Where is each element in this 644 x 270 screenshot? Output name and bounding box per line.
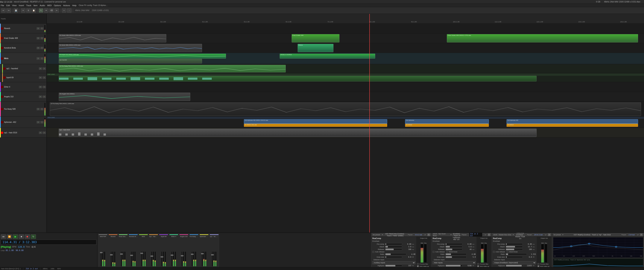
track-mute-kendrok[interactable]: M [37, 47, 40, 49]
goto-start-button[interactable]: ⏮ [1, 234, 6, 239]
menu-edit[interactable]: Edit [6, 4, 10, 7]
vst-param-btn-melo[interactable]: Param [407, 233, 414, 236]
clip-faraway-1[interactable]: 10 Far Away 508-240311-1094.wav [50, 102, 641, 116]
precomp3-slider[interactable] [506, 243, 523, 245]
attack-slider[interactable] [385, 246, 402, 248]
clip-angels-1[interactable]: 09-Angels 510-240311 [59, 93, 190, 101]
menu-item[interactable]: Item [34, 4, 38, 7]
track-rec-hats[interactable] [1, 131, 3, 134]
track-solo-hats[interactable]: S [43, 132, 46, 134]
zoom-in[interactable]: + [62, 9, 66, 13]
clip-op1h-2[interactable]: 10 Far Away 508-240311-1094.wav [59, 65, 286, 72]
track-mute-hats[interactable]: M [39, 132, 42, 134]
clip-aphexian-3[interactable]: Cp2-Aphexian [405, 119, 489, 124]
highpass-slider[interactable] [385, 265, 402, 267]
precomp-slider[interactable] [385, 243, 402, 245]
track-solo-ether[interactable]: S [43, 86, 46, 88]
ratio-slider[interactable] [385, 253, 406, 255]
vst-ui-btn-aphexian[interactable]: UI [484, 233, 487, 236]
weird-knee-check[interactable] [446, 251, 448, 253]
track-mute-angels[interactable]: M [39, 96, 42, 98]
highpass3-slider[interactable] [506, 265, 523, 267]
track-solo-lopeit[interactable]: S [43, 76, 46, 79]
clip-krazi-1[interactable]: 02-Snare 408-240311-2254.wav [59, 34, 166, 42]
weird-knee3-check[interactable] [506, 251, 508, 253]
track-mute-op1h[interactable]: M [39, 68, 42, 70]
preview-filter2-check[interactable] [477, 263, 479, 265]
precomp2-slider[interactable] [446, 243, 462, 245]
ratio2-slider[interactable] [446, 253, 466, 255]
highpass2-slider[interactable] [446, 265, 462, 267]
knee2-slider[interactable] [446, 256, 466, 258]
track-rec-faraway[interactable] [1, 108, 3, 110]
fader-5[interactable] [151, 251, 152, 266]
zoom-out[interactable]: - [67, 9, 72, 13]
stop-button[interactable]: ■ [19, 234, 24, 239]
eraser-tool[interactable]: ⌫ [49, 9, 54, 13]
menu-track[interactable]: Track [26, 4, 31, 7]
preview-filter3-check[interactable] [538, 263, 539, 265]
fader-0[interactable] [100, 251, 102, 266]
redo-button[interactable]: ↪ [6, 9, 11, 13]
menu-audio[interactable]: Audio [40, 4, 45, 7]
vst-close-master[interactable]: ✕ [548, 233, 550, 236]
clip-hats-1[interactable]: op1 - hats 0316 [59, 129, 536, 137]
auto-release-check[interactable] [372, 251, 374, 253]
menu-actions[interactable]: Actions [63, 4, 70, 7]
vst-param-btn-aphexian[interactable]: Param [461, 233, 468, 236]
fader-3[interactable] [131, 251, 132, 266]
knee3-slider[interactable] [506, 256, 523, 258]
track-rec-aphexian[interactable] [1, 121, 3, 123]
play-button[interactable]: ▶ [13, 234, 18, 239]
fader-8[interactable] [182, 251, 182, 266]
detector2-select[interactable]: Main Inputs Auxiliary Inputs [433, 261, 476, 264]
track-solo-krazi[interactable]: S [40, 37, 44, 39]
auto-release3-check[interactable] [493, 251, 495, 253]
track-mute-faraway[interactable]: M [37, 108, 40, 110]
attack3-slider[interactable] [506, 246, 523, 248]
fader-6[interactable] [161, 251, 162, 266]
track-mute-reverb[interactable]: M [37, 27, 40, 30]
preview-filter-check[interactable] [417, 263, 419, 265]
track-rec-krazi[interactable] [1, 37, 3, 40]
vst-close-melo[interactable]: ✕ [428, 233, 430, 236]
track-rec-op1h[interactable] [3, 67, 6, 70]
attack2-slider[interactable] [446, 246, 462, 248]
track-mute-melo[interactable]: M [37, 57, 40, 60]
track-solo-reverb[interactable]: S [40, 27, 44, 30]
vst-param-btn-master[interactable]: Param [526, 233, 533, 236]
vst-preset-melo[interactable]: No preset [373, 234, 380, 236]
clip-aphexian-4[interactable]: 19-240310 [405, 124, 489, 127]
split-tool[interactable]: ⊢ [54, 9, 59, 13]
clip-op1h-1[interactable]: op1-haunted [59, 59, 202, 63]
menu-help[interactable]: Help [72, 4, 76, 7]
fader-4[interactable] [141, 251, 142, 266]
track-mute-krazi[interactable]: M [37, 37, 40, 39]
knee-slider[interactable] [385, 256, 402, 258]
track-mute-ether[interactable]: M [39, 86, 42, 88]
clip-krazi-3[interactable]: Krazi Snake 408-240311-1731.wav [447, 34, 638, 42]
clip-kendrok-2[interactable]: KBirds [298, 44, 334, 52]
clip-kendrok-1[interactable]: 02-Send 408-240311-2254.wav [59, 44, 202, 52]
vst-preset-aphexian[interactable]: stock - Nyr Drum Buss [433, 233, 449, 237]
track-solo-kendrok[interactable]: S [40, 47, 44, 49]
fader-7[interactable] [171, 251, 172, 266]
menu-closefx[interactable]: Close FX config: Track 10 Aphex... [79, 4, 107, 6]
track-rec-kendrok[interactable] [1, 47, 3, 49]
save-button[interactable]: 💾 [14, 9, 18, 13]
pencil-tool[interactable]: ✏ [44, 9, 48, 13]
release2-slider[interactable] [446, 248, 462, 250]
track-solo-melo[interactable]: S [40, 57, 44, 60]
track-rec-melo[interactable] [1, 57, 3, 60]
vst-close-aphexian[interactable]: ✕ [488, 233, 490, 236]
track-solo-aphexian[interactable]: S [40, 121, 44, 123]
menu-options[interactable]: Options [54, 4, 61, 7]
menu-view[interactable]: View [12, 4, 17, 7]
vst-preset-master[interactable]: stock - Master Bus Glue [493, 234, 511, 236]
clip-lopeit-1[interactable] [59, 76, 536, 81]
vst-close-eq[interactable]: ✕ [640, 233, 643, 236]
track-mute-aphexian[interactable]: M [37, 121, 40, 123]
track-solo-faraway[interactable]: S [40, 108, 44, 110]
release3-slider[interactable] [506, 248, 523, 250]
fader-9[interactable] [192, 251, 193, 266]
